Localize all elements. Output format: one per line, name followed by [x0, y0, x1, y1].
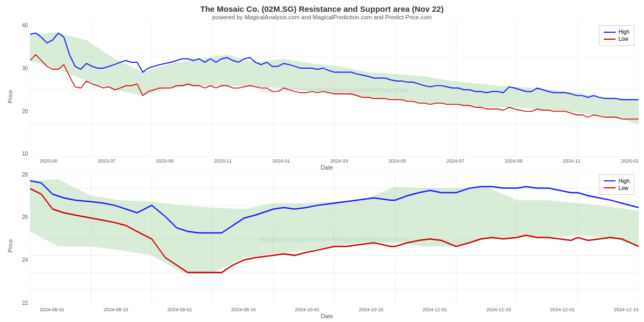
chart-title: The Mosaic Co. (02M.SG) Resistance and S…: [5, 4, 639, 13]
chart2-xlabels: 2024-08-01 2024-08-15 2024-09-01 2024-09…: [40, 306, 639, 312]
chart2-legend: High Low: [599, 174, 634, 195]
chart2-svg: [30, 172, 639, 306]
chart2-high-line-icon: [604, 180, 616, 181]
chart2-inner-wrap: 28 26 24 22: [15, 172, 639, 320]
chart2-low-label: Low: [618, 185, 628, 191]
chart1-high-label: High: [618, 29, 630, 35]
chart2-legend-high: High: [604, 178, 630, 184]
chart1-xlabel: Date: [15, 164, 639, 171]
chart1-high-line-icon: [604, 32, 616, 33]
chart2-high-label: High: [618, 178, 630, 184]
chart2-yticks: 28 26 24 22: [15, 172, 30, 306]
chart2-area: Price 28 26 24 22: [5, 172, 639, 320]
chart1-ylabel: Price: [5, 23, 15, 171]
chart1-low-label: Low: [618, 36, 628, 42]
chart1-xaxis-row: 2023-05 2023-07 2023-09 2023-11 2024-01 …: [40, 157, 639, 164]
chart1-yticks: 40 30 20 10: [15, 23, 30, 157]
chart1-inner: 40 30 20 10: [15, 23, 639, 157]
chart1-inner-wrap: 40 30 20 10: [15, 23, 639, 171]
chart1-xlabels: 2023-05 2023-07 2023-09 2023-11 2024-01 …: [40, 157, 639, 164]
chart2-xlabel: Date: [15, 313, 639, 319]
chart2-low-line-icon: [604, 187, 616, 188]
chart1-svg-container: MagicalAnalysis.com MagicalPrediction.co…: [30, 23, 639, 157]
chart1-low-line-icon: [604, 39, 616, 40]
chart2-svg-container: MagicalAnalysis.com MagicalPrediction.co…: [30, 172, 639, 306]
main-container: The Mosaic Co. (02M.SG) Resistance and S…: [0, 0, 644, 322]
chart2-xaxis-row: 2024-08-01 2024-08-15 2024-09-01 2024-09…: [40, 306, 639, 312]
charts-wrapper: Price 40 30 20 10: [5, 23, 639, 319]
chart-subtitle: powered by MagicalAnalysis.com and Magic…: [5, 14, 639, 20]
chart1-svg: [30, 23, 639, 157]
chart1-legend-high: High: [604, 29, 630, 35]
chart1-legend-low: Low: [604, 36, 630, 42]
chart2-inner: 28 26 24 22: [15, 172, 639, 306]
chart2-legend-low: Low: [604, 185, 630, 191]
chart1-legend: High Low: [599, 25, 634, 46]
chart1-area: Price 40 30 20 10: [5, 23, 639, 171]
chart2-ylabel: Price: [5, 172, 15, 320]
